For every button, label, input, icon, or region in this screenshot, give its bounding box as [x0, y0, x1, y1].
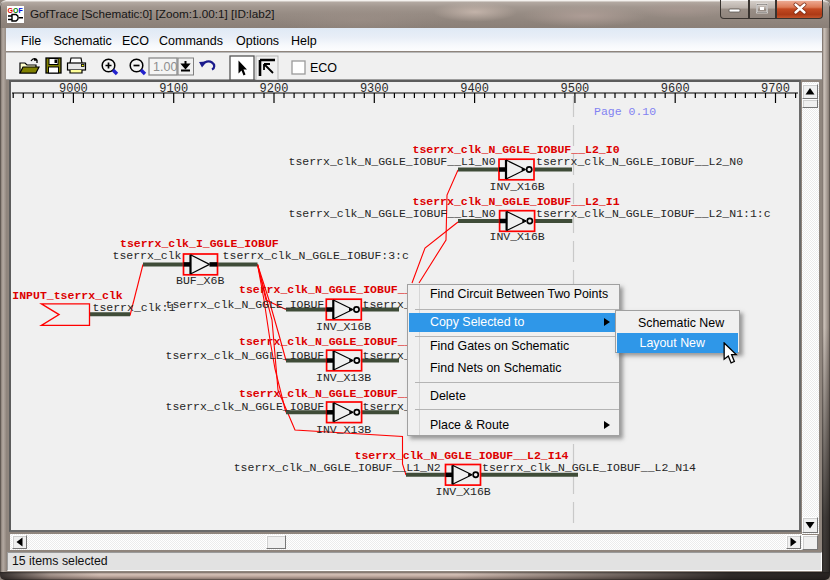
svg-text:9100: 9100 [159, 82, 188, 96]
svg-text:tserrx_clk_N_GGLE_IOBUF: tserrx_clk_N_GGLE_IOBUF [166, 298, 325, 311]
svg-text:tserrx_clk_N_GGLE_IOBUF__L1_N0: tserrx_clk_N_GGLE_IOBUF__L1_N0 [289, 207, 496, 220]
svg-text:Page 0.10: Page 0.10 [594, 105, 656, 118]
svg-text:tserrx_clk: tserrx_clk [113, 249, 182, 262]
svg-text:tserrx_clk_N_GGLE_IOBUF__L2_N1: tserrx_clk_N_GGLE_IOBUF__L2_N14 [482, 461, 696, 474]
svg-text:INV_X13B: INV_X13B [316, 371, 371, 384]
svg-text:tserrx_clk_N_GGLE_IOBUF__L2_N1: tserrx_clk_N_GGLE_IOBUF__L2_N1:1:c [536, 207, 771, 220]
svg-text:9700: 9700 [761, 82, 790, 96]
svg-text:INV_X16B: INV_X16B [316, 320, 371, 333]
svg-text:9000: 9000 [59, 82, 88, 96]
svg-text:tserrx_clk:1: tserrx_clk:1 [93, 301, 176, 314]
svg-text:tserrx_clk_N_GGLE_IOBUF: tserrx_clk_N_GGLE_IOBUF [166, 400, 325, 413]
svg-text:tserrx_clk_N_GGLE_IOBUF:3:c: tserrx_clk_N_GGLE_IOBUF:3:c [223, 249, 409, 262]
svg-text:tserrx_clk_N_GGLE_IOBUF: tserrx_clk_N_GGLE_IOBUF [166, 349, 325, 362]
svg-text:9300: 9300 [360, 82, 389, 96]
svg-text:INV_X16B: INV_X16B [490, 180, 545, 193]
svg-text:tserrx_clk_N_GGLE_IOBUF__L1_N0: tserrx_clk_N_GGLE_IOBUF__L1_N0 [289, 155, 496, 168]
svg-text:INV_X13B: INV_X13B [316, 423, 371, 436]
svg-text:9500: 9500 [560, 82, 589, 96]
svg-text:tserrx_clk_N_GGLE_IOBUF__L2_I1: tserrx_clk_N_GGLE_IOBUF__L2_I14 [355, 449, 569, 462]
svg-text:tserrx_clk_N_GGLE_IOBUF__L1_N2: tserrx_clk_N_GGLE_IOBUF__L1_N2 [234, 461, 441, 474]
svg-text:BUF_X6B: BUF_X6B [176, 274, 224, 287]
svg-text:9400: 9400 [460, 82, 489, 96]
svg-text:INV_X16B: INV_X16B [490, 230, 545, 243]
svg-text:tserrx_clk_N_GGLE_IOBUF__L2_I0: tserrx_clk_N_GGLE_IOBUF__L2_I0 [413, 143, 620, 156]
svg-text:INV_X16B: INV_X16B [436, 485, 491, 498]
svg-text:9600: 9600 [661, 82, 690, 96]
svg-text:F: F [19, 7, 24, 14]
svg-text:9200: 9200 [260, 82, 289, 96]
svg-text:tserrx_clk_N_GGLE_IOBUF__L2_N0: tserrx_clk_N_GGLE_IOBUF__L2_N0 [536, 155, 743, 168]
